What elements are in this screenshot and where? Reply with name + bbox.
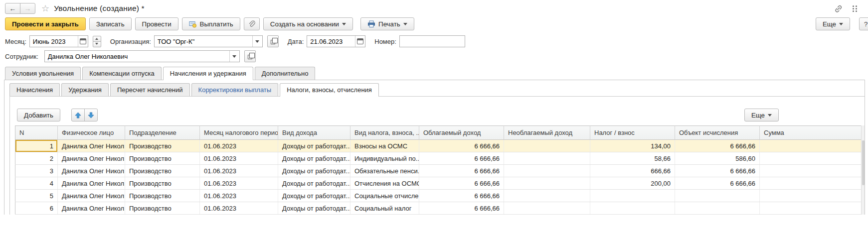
table-cell-tax-amount[interactable]: 666,66 <box>590 165 675 177</box>
table-cell-calc-object[interactable]: 6 666,66 <box>675 140 760 152</box>
table-cell-tax-type[interactable]: Социальные отчисле... <box>350 190 419 202</box>
table-cell-tax-type[interactable]: Обязательные пенси... <box>350 165 419 177</box>
table-row[interactable]: 1 Данилка Олег Никол... Производство 01.… <box>15 140 865 152</box>
toolbar-more-button[interactable]: Еще <box>816 17 850 30</box>
spinner-up-button[interactable] <box>93 36 101 42</box>
table-cell-taxable-income[interactable]: 6 666,66 <box>419 140 504 152</box>
tab-vacation-compensation[interactable]: Компенсации отпуска <box>82 67 162 80</box>
column-header-n[interactable]: N <box>15 126 58 140</box>
table-cell-income-type[interactable]: Доходы от работодат... <box>278 202 350 215</box>
table-cell-income-type[interactable]: Доходы от работодат... <box>278 190 350 202</box>
employee-input[interactable] <box>45 53 229 60</box>
employee-dropdown-button[interactable] <box>229 51 239 62</box>
back-button[interactable]: ← <box>5 3 20 14</box>
table-row[interactable]: 2 Данилка Олег Никол... Производство 01.… <box>15 152 865 165</box>
tab-dismissal-conditions[interactable]: Условия увольнения <box>5 67 81 80</box>
table-cell-sum[interactable] <box>760 190 865 202</box>
table-cell-sum[interactable] <box>760 165 865 177</box>
organization-dropdown-button[interactable] <box>252 36 262 47</box>
column-header-taxable-income[interactable]: Облагаемый доход <box>419 126 504 140</box>
column-header-income-type[interactable]: Вид дохода <box>278 126 350 140</box>
table-cell-nontaxable-income[interactable] <box>504 165 590 177</box>
table-cell-tax-type[interactable]: Социальный налог <box>350 202 419 215</box>
spinner-down-button[interactable] <box>93 41 101 47</box>
table-cell-tax-amount[interactable]: 200,00 <box>590 177 675 190</box>
table-cell-tax-period[interactable]: 01.06.2023 <box>200 140 278 152</box>
attachments-button[interactable] <box>244 17 260 30</box>
table-cell-income-type[interactable]: Доходы от работодат... <box>278 140 350 152</box>
table-row[interactable]: 3 Данилка Олег Никол... Производство 01.… <box>15 165 865 177</box>
favorite-star-icon[interactable]: ☆ <box>41 3 49 14</box>
table-cell-person[interactable]: Данилка Олег Никол... <box>58 202 125 215</box>
organization-input[interactable] <box>155 38 252 45</box>
table-cell-tax-period[interactable]: 01.06.2023 <box>200 190 278 202</box>
table-cell-taxable-income[interactable]: 6 666,66 <box>419 190 504 202</box>
table-cell-tax-amount[interactable] <box>590 190 675 202</box>
table-cell-tax-period[interactable]: 01.06.2023 <box>200 177 278 190</box>
table-cell-income-type[interactable]: Доходы от работодат... <box>278 165 350 177</box>
table-cell-income-type[interactable]: Доходы от работодат... <box>278 177 350 190</box>
table-cell-taxable-income[interactable]: 6 666,66 <box>419 152 504 165</box>
write-button[interactable]: Записать <box>89 17 132 30</box>
table-cell-taxable-income[interactable]: 6 666,66 <box>419 177 504 190</box>
column-header-tax-amount[interactable]: Налог / взнос <box>590 126 675 140</box>
month-input[interactable] <box>30 38 78 45</box>
move-up-button[interactable] <box>71 109 85 121</box>
help-button-partial[interactable]: ? <box>859 17 868 30</box>
table-cell-department[interactable]: Производство <box>125 165 200 177</box>
pay-button[interactable]: Выплатить <box>182 17 240 30</box>
employee-open-button[interactable] <box>244 50 256 62</box>
table-cell-person[interactable]: Данилка Олег Никол... <box>58 177 125 190</box>
date-input[interactable] <box>307 38 355 45</box>
move-down-button[interactable] <box>84 109 98 121</box>
column-header-sum[interactable]: Сумма <box>760 126 865 140</box>
table-cell-sum[interactable] <box>760 140 865 152</box>
table-cell-n[interactable]: 2 <box>15 152 58 165</box>
table-cell-person[interactable]: Данилка Олег Никол... <box>58 165 125 177</box>
table-cell-calc-object[interactable]: 586,60 <box>675 152 760 165</box>
organization-open-button[interactable] <box>267 35 279 47</box>
post-and-close-button[interactable]: Провести и закрыть <box>5 17 86 30</box>
table-cell-nontaxable-income[interactable] <box>504 152 590 165</box>
table-cell-tax-amount[interactable] <box>590 202 675 215</box>
table-cell-taxable-income[interactable]: 6 666,66 <box>419 202 504 215</box>
table-cell-nontaxable-income[interactable] <box>504 202 590 215</box>
link-icon[interactable] <box>834 4 843 13</box>
month-calendar-button[interactable] <box>78 36 88 47</box>
table-cell-tax-period[interactable]: 01.06.2023 <box>200 165 278 177</box>
table-cell-sum[interactable] <box>760 202 865 215</box>
table-cell-person[interactable]: Данилка Олег Никол... <box>58 140 125 152</box>
table-cell-department[interactable]: Производство <box>125 202 200 215</box>
table-cell-tax-type[interactable]: Отчисления на ОСМС <box>350 177 419 190</box>
table-cell-calc-object[interactable] <box>675 202 760 215</box>
tab-additional[interactable]: Дополнительно <box>255 67 316 80</box>
table-cell-person[interactable]: Данилка Олег Никол... <box>58 152 125 165</box>
table-row[interactable]: 6 Данилка Олег Никол... Производство 01.… <box>15 202 865 215</box>
table-cell-nontaxable-income[interactable] <box>504 140 590 152</box>
column-header-nontaxable-income[interactable]: Необлагаемый доход <box>504 126 590 140</box>
column-header-tax-period[interactable]: Месяц налогового периода <box>200 126 278 140</box>
number-input[interactable] <box>400 38 465 45</box>
table-cell-income-type[interactable]: Доходы от работодат... <box>278 152 350 165</box>
table-cell-tax-type[interactable]: Взносы на ОСМС <box>350 140 419 152</box>
forward-button[interactable]: → <box>20 3 35 14</box>
column-header-calc-object[interactable]: Объект исчисления <box>675 126 760 140</box>
table-cell-department[interactable]: Производство <box>125 177 200 190</box>
table-cell-sum[interactable] <box>760 177 865 190</box>
print-button[interactable]: Печать <box>360 17 414 30</box>
table-cell-calc-object[interactable] <box>675 190 760 202</box>
table-cell-department[interactable]: Производство <box>125 140 200 152</box>
scrollbar-thumb[interactable] <box>862 140 865 185</box>
table-cell-n[interactable]: 1 <box>15 140 58 152</box>
column-header-person[interactable]: Физическое лицо <box>58 126 125 140</box>
table-row[interactable]: 5 Данилка Олег Никол... Производство 01.… <box>15 190 865 202</box>
vertical-scrollbar[interactable] <box>861 125 865 215</box>
table-cell-person[interactable]: Данилка Олег Никол... <box>58 190 125 202</box>
table-cell-sum[interactable] <box>760 152 865 165</box>
menu-dots-icon[interactable] <box>853 5 857 12</box>
table-cell-department[interactable]: Производство <box>125 190 200 202</box>
grid-more-button[interactable]: Еще <box>744 109 779 121</box>
subtab-accruals[interactable]: Начисления <box>9 83 60 96</box>
table-cell-nontaxable-income[interactable] <box>504 177 590 190</box>
table-row[interactable]: 4 Данилка Олег Никол... Производство 01.… <box>15 177 865 190</box>
